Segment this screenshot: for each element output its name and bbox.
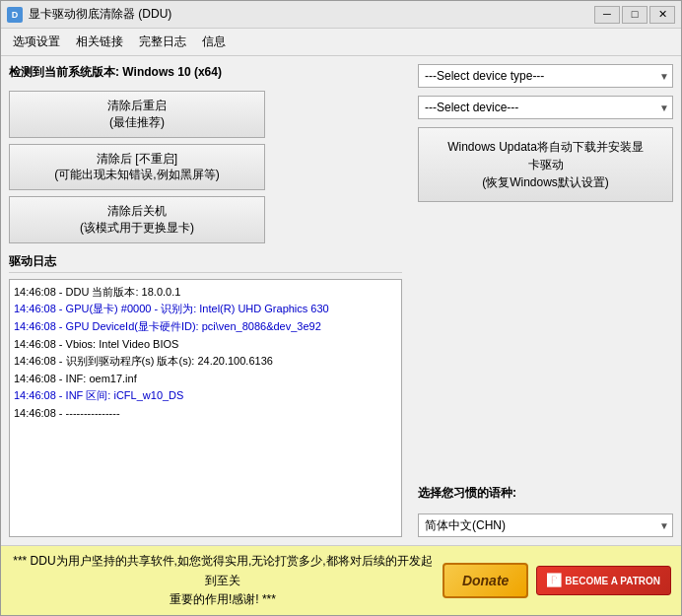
main-window: D 显卡驱动彻底清除器 (DDU) ─ □ ✕ 选项设置 相关链接 完整日志 信… (0, 0, 682, 616)
language-wrapper: 简体中文(CHN) ▼ (418, 513, 673, 537)
left-panel: 检测到当前系统版本: Windows 10 (x64) 清除后重启 (最佳推荐)… (1, 56, 410, 545)
patron-button[interactable]: 🅿 BECOME A PATRON (536, 566, 671, 595)
menu-options[interactable]: 选项设置 (5, 31, 68, 53)
log-entry-5: 14:46:08 - INF: oem17.inf (14, 371, 397, 388)
clean-shutdown-button[interactable]: 清除后关机 (该模式用于更换显卡) (9, 196, 265, 243)
clean-no-restart-button[interactable]: 清除后 [不重启] (可能出现未知错误,例如黑屏等) (9, 144, 265, 191)
footer-bar: *** DDU为用户坚持的共享软件,如您觉得实用,无论打赏多少,都将对后续的开发… (1, 545, 681, 615)
device-type-wrapper: ---Select device type--- ▼ (418, 64, 673, 88)
right-panel: ---Select device type--- ▼ ---Select dev… (410, 56, 681, 545)
system-info: 检测到当前系统版本: Windows 10 (x64) (9, 64, 402, 81)
device-select[interactable]: ---Select device--- (418, 96, 673, 119)
log-entry-1: 14:46:08 - GPU(显卡) #0000 - 识别为: Intel(R)… (14, 301, 397, 318)
menu-bar: 选项设置 相关链接 完整日志 信息 (1, 29, 681, 56)
patron-icon: 🅿 (547, 573, 561, 588)
close-button[interactable]: ✕ (649, 6, 675, 24)
title-bar-left: D 显卡驱动彻底清除器 (DDU) (7, 6, 171, 23)
windows-update-button[interactable]: Windows Updata将自动下载并安装显 卡驱动 (恢复Windows默认… (418, 127, 673, 202)
language-select[interactable]: 简体中文(CHN) (418, 513, 673, 537)
clean-restart-button[interactable]: 清除后重启 (最佳推荐) (9, 91, 265, 138)
menu-info[interactable]: 信息 (194, 31, 234, 53)
log-entry-7: 14:46:08 - --------------- (14, 405, 397, 423)
log-area[interactable]: 14:46:08 - DDU 当前版本: 18.0.0.1 14:46:08 -… (9, 279, 402, 538)
menu-links[interactable]: 相关链接 (68, 31, 131, 53)
log-entry-3: 14:46:08 - Vbios: Intel Video BIOS (14, 336, 397, 354)
log-entry-0: 14:46:08 - DDU 当前版本: 18.0.0.1 (14, 284, 397, 302)
right-spacer (418, 210, 673, 477)
log-entry-4: 14:46:08 - 识别到驱动程序(s) 版本(s): 24.20.100.6… (14, 353, 397, 371)
main-content: 检测到当前系统版本: Windows 10 (x64) 清除后重启 (最佳推荐)… (1, 56, 681, 545)
device-wrapper: ---Select device--- ▼ (418, 96, 673, 119)
menu-full-log[interactable]: 完整日志 (131, 31, 194, 53)
app-icon: D (7, 7, 23, 23)
minimize-button[interactable]: ─ (594, 6, 620, 24)
maximize-button[interactable]: □ (622, 6, 648, 24)
log-entry-6: 14:46:08 - INF 区间: iCFL_w10_DS (14, 387, 397, 405)
window-title: 显卡驱动彻底清除器 (DDU) (29, 6, 171, 23)
footer-text: *** DDU为用户坚持的共享软件,如您觉得实用,无论打赏多少,都将对后续的开发… (11, 552, 435, 609)
log-entry-2: 14:46:08 - GPU DeviceId(显卡硬件ID): pci\ven… (14, 318, 397, 336)
title-bar-controls: ─ □ ✕ (594, 6, 675, 24)
log-section-title: 驱动日志 (9, 253, 402, 273)
patron-label: BECOME A PATRON (565, 576, 660, 586)
language-label: 选择您习惯的语种: (418, 485, 673, 502)
title-bar: D 显卡驱动彻底清除器 (DDU) ─ □ ✕ (1, 1, 681, 29)
donate-button[interactable]: Donate (443, 563, 528, 598)
device-type-select[interactable]: ---Select device type--- (418, 64, 673, 88)
